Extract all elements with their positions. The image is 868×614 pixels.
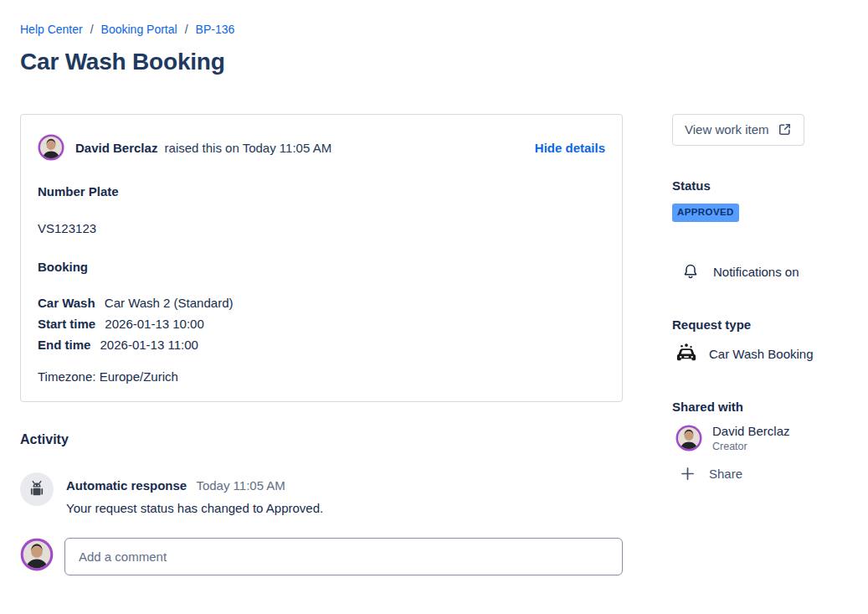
automation-robot-icon	[20, 472, 54, 506]
request-type-value: Car Wash Booking	[709, 347, 814, 361]
external-link-icon	[778, 122, 792, 137]
activity-item-content: Automatic response Today 11:05 AM Your r…	[66, 472, 323, 515]
car-wash-icon	[674, 343, 699, 365]
field-value-number-plate: VS123123	[38, 221, 605, 235]
sidebar: View work item Status APPROVED	[672, 114, 836, 481]
request-type-heading: Request type	[672, 317, 836, 332]
field-label-booking: Booking	[38, 260, 605, 274]
hide-details-button[interactable]: Hide details	[535, 141, 605, 155]
booking-row-value: 2026-01-13 11:00	[100, 338, 198, 352]
activity-item: Automatic response Today 11:05 AM Your r…	[20, 472, 623, 515]
notifications-label: Notifications on	[713, 265, 799, 279]
bell-icon	[682, 263, 699, 281]
booking-row-value: 2026-01-13 10:00	[105, 317, 203, 331]
request-details-card: David Berclaz raised this on Today 11:05…	[20, 114, 623, 402]
status-badge: APPROVED	[672, 204, 739, 222]
raised-timestamp-text: raised this on Today 11:05 AM	[165, 141, 332, 155]
add-comment-input[interactable]	[64, 538, 623, 575]
activity-heading: Activity	[20, 432, 623, 447]
reporter-line: David Berclaz raised this on Today 11:05…	[75, 141, 331, 155]
activity-timestamp: Today 11:05 AM	[196, 478, 285, 493]
view-work-item-button[interactable]: View work item	[672, 114, 804, 146]
activity-message: Your request status has changed to Appro…	[66, 501, 323, 515]
booking-row-end-time: End time 2026-01-13 11:00	[38, 334, 605, 355]
breadcrumb: Help Center / Booking Portal / BP-136	[20, 23, 848, 36]
field-label-number-plate: Number Plate	[38, 184, 605, 199]
reporter-avatar	[38, 134, 64, 161]
breadcrumb-separator: /	[90, 23, 94, 36]
booking-row-start-time: Start time 2026-01-13 10:00	[38, 313, 605, 334]
shared-with-heading: Shared with	[672, 400, 836, 414]
status-heading: Status	[672, 178, 836, 193]
request-card-header: David Berclaz raised this on Today 11:05…	[38, 134, 605, 161]
breadcrumb-separator: /	[185, 23, 188, 36]
breadcrumb-link-booking-portal[interactable]: Booking Portal	[101, 23, 177, 36]
booking-row-label: Start time	[38, 317, 95, 331]
shared-person-avatar	[675, 425, 702, 451]
breadcrumb-link-help-center[interactable]: Help Center	[20, 23, 83, 36]
timezone-text: Timezone: Europe/Zurich	[38, 369, 605, 384]
view-work-item-label: View work item	[685, 122, 769, 137]
activity-author-line: Automatic response Today 11:05 AM	[66, 478, 323, 493]
shared-person-row: David Berclaz Creator	[672, 424, 836, 452]
comment-composer	[20, 538, 623, 575]
share-label: Share	[709, 467, 742, 481]
booking-row-car-wash: Car Wash Car Wash 2 (Standard)	[38, 292, 605, 313]
request-detail-page: Help Center / Booking Portal / BP-136 Ca…	[0, 0, 868, 575]
booking-row-value: Car Wash 2 (Standard)	[105, 296, 234, 310]
notifications-toggle[interactable]: Notifications on	[672, 263, 799, 281]
share-button[interactable]: Share	[672, 467, 742, 481]
booking-row-label: Car Wash	[38, 296, 95, 310]
shared-person-info: David Berclaz Creator	[712, 424, 790, 452]
breadcrumb-link-request-key[interactable]: BP-136	[196, 23, 235, 36]
activity-author: Automatic response	[66, 478, 187, 493]
shared-person-name: David Berclaz	[712, 424, 790, 438]
main-column: David Berclaz raised this on Today 11:05…	[20, 114, 623, 575]
shared-person-role: Creator	[712, 441, 790, 452]
booking-details: Car Wash Car Wash 2 (Standard) Start tim…	[38, 292, 605, 355]
page-title: Car Wash Booking	[20, 47, 848, 77]
request-type-row: Car Wash Booking	[672, 343, 836, 365]
booking-row-label: End time	[38, 338, 90, 352]
reporter-name: David Berclaz	[75, 141, 157, 155]
current-user-avatar	[20, 538, 54, 571]
plus-icon	[681, 467, 695, 481]
